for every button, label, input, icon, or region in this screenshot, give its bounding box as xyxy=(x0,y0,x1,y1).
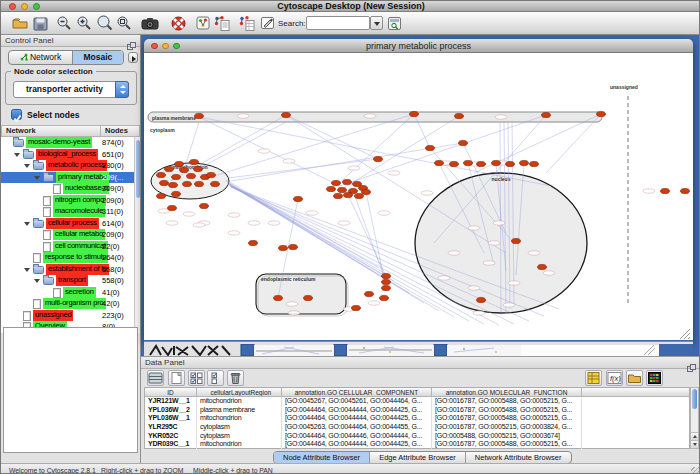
network-node[interactable] xyxy=(681,188,690,193)
network-node[interactable] xyxy=(380,295,389,300)
birdseye-view-panel[interactable] xyxy=(3,327,138,453)
tree-expander-icon[interactable] xyxy=(24,268,30,272)
tree-header-network[interactable]: Network xyxy=(1,125,101,137)
attribute-list-icon[interactable] xyxy=(585,370,602,386)
network-edge[interactable] xyxy=(199,117,551,186)
tree-scrollbar[interactable] xyxy=(134,137,140,333)
network-node[interactable] xyxy=(183,181,192,186)
network-node[interactable] xyxy=(165,166,174,171)
network-node[interactable] xyxy=(538,264,547,269)
import-attributes-folder-icon[interactable] xyxy=(626,370,643,386)
tab-network[interactable]: Network xyxy=(9,51,72,64)
tree-expander-icon[interactable] xyxy=(34,176,40,180)
table-row[interactable]: YPL036W__1mitochondrion[GO:0044464, GO:0… xyxy=(145,414,689,423)
network-node[interactable] xyxy=(304,295,313,300)
network-node[interactable] xyxy=(365,291,374,296)
network-node[interactable] xyxy=(157,172,166,177)
network-node[interactable] xyxy=(187,173,196,178)
network-window-titlebar[interactable]: primary metabolic process xyxy=(144,39,693,53)
network-node[interactable] xyxy=(530,161,539,166)
network-node[interactable] xyxy=(352,305,361,310)
network-node[interactable] xyxy=(249,240,258,245)
table-scrollbar-thumb[interactable] xyxy=(692,389,697,409)
tree-row[interactable]: nucleobase-co209(0) xyxy=(1,183,134,195)
tree-row[interactable]: biological_process651(0) xyxy=(1,149,134,161)
network-node[interactable] xyxy=(207,172,216,177)
network-node[interactable] xyxy=(175,161,184,166)
import-network-icon[interactable] xyxy=(213,15,231,32)
tree-expander-icon[interactable] xyxy=(24,164,30,168)
network-node[interactable] xyxy=(382,285,391,290)
network-node[interactable] xyxy=(426,145,435,150)
search-options-icon[interactable] xyxy=(387,15,405,32)
network-node[interactable] xyxy=(279,245,288,250)
window-resize-grip[interactable] xyxy=(680,329,690,339)
col-header-id[interactable]: ID xyxy=(145,388,197,397)
tab-mosaic[interactable]: Mosaic xyxy=(72,51,123,64)
network-edge[interactable] xyxy=(198,122,286,169)
delete-attribute-trash-icon[interactable] xyxy=(227,370,244,386)
network-node[interactable] xyxy=(506,161,515,166)
help-lifesaver-icon[interactable] xyxy=(171,15,189,32)
network-node[interactable] xyxy=(382,273,391,278)
node-color-dropdown[interactable]: transporter activity xyxy=(13,81,129,98)
tree-row[interactable]: transport558(0) xyxy=(1,275,134,287)
tab-overflow-arrow-button[interactable] xyxy=(128,52,138,63)
select-nodes-checkbox[interactable] xyxy=(11,109,22,120)
network-edge[interactable] xyxy=(336,114,414,186)
col-header-molecular-function[interactable]: annotation.GO MOLECULAR_FUNCTION xyxy=(432,388,582,397)
network-node[interactable] xyxy=(294,196,303,201)
scroll-up-icon[interactable] xyxy=(691,432,698,440)
search-input[interactable] xyxy=(306,16,370,30)
network-edge[interactable] xyxy=(546,114,601,173)
tab-network-attribute-browser[interactable]: Network Attribute Browser xyxy=(466,452,571,463)
open-file-icon[interactable] xyxy=(11,15,29,32)
tree-row[interactable]: cellular process614(0) xyxy=(1,218,134,230)
network-node[interactable] xyxy=(160,180,169,185)
network-node[interactable] xyxy=(542,112,551,117)
unselect-attributes-icon[interactable] xyxy=(207,370,224,386)
tree-row[interactable]: cellular metabo209(0) xyxy=(1,229,134,241)
table-scrollbar[interactable] xyxy=(690,387,699,449)
save-icon[interactable] xyxy=(33,15,51,32)
network-node[interactable] xyxy=(274,295,283,300)
network-node[interactable] xyxy=(362,189,371,194)
annotation-icon[interactable] xyxy=(260,15,278,32)
network-node[interactable] xyxy=(157,193,166,198)
network-node[interactable] xyxy=(661,188,670,193)
snapshot-camera-icon[interactable] xyxy=(141,15,159,32)
network-node[interactable] xyxy=(477,161,486,166)
network-node[interactable] xyxy=(332,180,341,185)
table-row[interactable]: YLR295Ccytoplasm[GO:0045263, GO:0044464,… xyxy=(145,423,689,432)
app-titlebar[interactable]: Cytoscape Desktop (New Session) xyxy=(1,1,700,12)
network-node[interactable] xyxy=(520,160,529,165)
network-node[interactable] xyxy=(180,167,189,172)
network-node[interactable] xyxy=(195,181,204,186)
network-edge[interactable] xyxy=(353,191,386,282)
tree-row[interactable]: response to stimulu264(0) xyxy=(1,252,134,264)
network-node[interactable] xyxy=(282,112,291,117)
tree-expander-icon[interactable] xyxy=(14,153,20,157)
select-attributes-icon[interactable] xyxy=(188,370,205,386)
zoom-in-icon[interactable] xyxy=(76,15,94,32)
tree-scrollbar-thumb[interactable] xyxy=(136,140,140,198)
tree-row[interactable]: mosaic-demo-yeast874(0) xyxy=(1,137,134,149)
network-node[interactable] xyxy=(172,191,181,196)
tree-row[interactable]: unassigned223(0) xyxy=(1,310,134,322)
network-node[interactable] xyxy=(477,297,486,302)
network-node[interactable] xyxy=(168,205,177,210)
attribute-table-icon[interactable] xyxy=(147,370,164,386)
tab-node-attribute-browser[interactable]: Node Attribute Browser xyxy=(274,452,370,463)
new-attribute-icon[interactable] xyxy=(168,370,185,386)
network-node[interactable] xyxy=(327,186,336,191)
network-edge[interactable] xyxy=(344,116,459,188)
vizmapper-icon[interactable] xyxy=(196,15,214,32)
network-view-window[interactable]: primary metabolic process plasma membran… xyxy=(144,39,693,341)
network-node[interactable] xyxy=(597,111,606,116)
search-dropdown-button[interactable] xyxy=(370,16,383,30)
tree-header-nodes[interactable]: Nodes xyxy=(101,125,140,137)
tree-row[interactable]: establishment of lo558(0) xyxy=(1,264,134,276)
import-table-icon[interactable] xyxy=(238,15,256,32)
network-node[interactable] xyxy=(355,193,364,198)
app-resize-grip[interactable] xyxy=(691,467,700,474)
